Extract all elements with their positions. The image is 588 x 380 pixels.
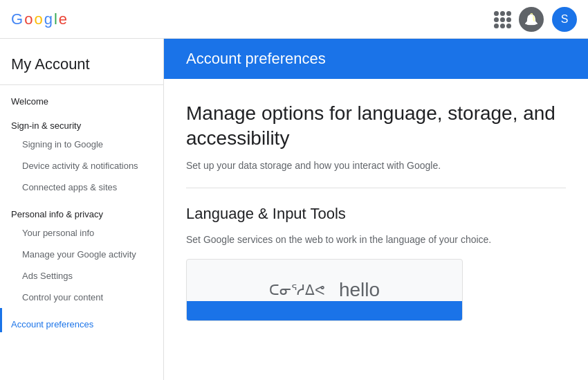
main-section-desc: Set up your data storage and how you int…: [186, 160, 566, 171]
sidebar-item-control-content[interactable]: Control your content: [0, 287, 163, 308]
logo-area: Google: [11, 10, 67, 28]
sidebar-item-signing-in[interactable]: Signing in to Google: [0, 134, 163, 155]
lang-card-button[interactable]: [187, 301, 462, 320]
main-section-title: Manage options for language, storage, an…: [186, 101, 566, 152]
logo-letter-e: e: [59, 10, 67, 28]
avatar[interactable]: S: [552, 7, 577, 32]
sidebar-section-personal: Personal info & privacy: [0, 198, 163, 222]
content-area: Account preferences Manage options for l…: [164, 39, 588, 380]
sidebar-item-google-activity[interactable]: Manage your Google activity: [0, 244, 163, 265]
content-body: Manage options for language, storage, an…: [164, 79, 588, 321]
sub-section-title: Language & Input Tools: [186, 205, 566, 223]
logo-letter-g: G: [11, 10, 23, 28]
sidebar-section-account-prefs[interactable]: Account preferences: [0, 308, 163, 332]
main-container: My Account Welcome Sign-in & security Si…: [0, 39, 588, 380]
notifications-icon[interactable]: [519, 7, 544, 32]
sidebar: My Account Welcome Sign-in & security Si…: [0, 39, 164, 380]
lang-card-content: ᑕᓂᕐᓱᐃᕙ hello: [255, 279, 394, 301]
sidebar-item-personal-info[interactable]: Your personal info: [0, 222, 163, 244]
header-actions: S: [494, 7, 577, 32]
logo-letter-g2: g: [44, 10, 53, 28]
sidebar-title: My Account: [0, 39, 163, 85]
logo-letter-l: l: [54, 10, 57, 28]
section-divider: [186, 188, 566, 188]
hello-text: hello: [339, 279, 380, 301]
apps-icon[interactable]: [494, 11, 511, 28]
logo-letter-o1: o: [24, 10, 33, 28]
sub-section-desc: Set Google services on the web to work i…: [186, 234, 566, 245]
sidebar-item-device-activity[interactable]: Device activity & notifications: [0, 155, 163, 177]
logo-letter-o2: o: [34, 10, 42, 28]
sidebar-section-signin: Sign-in & security: [0, 109, 163, 134]
sidebar-section-welcome: Welcome: [0, 85, 163, 109]
sidebar-item-ads-settings[interactable]: Ads Settings: [0, 265, 163, 287]
app-header: Google S: [0, 0, 588, 39]
foreign-text: ᑕᓂᕐᓱᐃᕙ: [269, 282, 325, 298]
google-logo: Google: [11, 10, 67, 28]
language-card: ᑕᓂᕐᓱᐃᕙ hello: [186, 259, 463, 321]
content-header: Account preferences: [164, 39, 588, 79]
sidebar-item-connected-apps[interactable]: Connected apps & sites: [0, 177, 163, 198]
